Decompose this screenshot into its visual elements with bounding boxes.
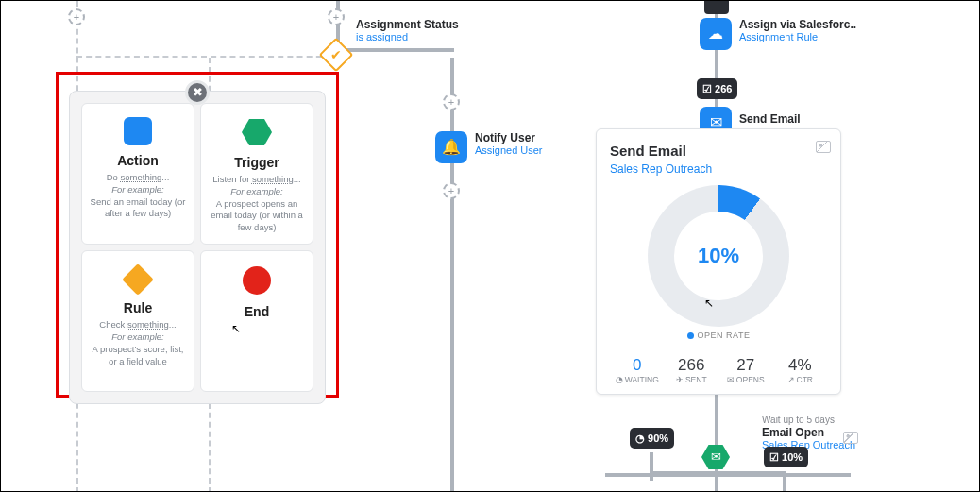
clock-icon: ◔ <box>616 375 623 384</box>
picker-end-title: End <box>207 304 307 319</box>
stat-sent: 266 ✈SENT <box>665 356 719 384</box>
rule-node-assignment-status[interactable]: ✔ <box>319 38 354 73</box>
picker-close-button[interactable]: ✖ <box>185 80 210 105</box>
legend-label: OPEN RATE <box>698 331 751 340</box>
count-badge-266: ☑ 266 <box>697 78 737 99</box>
send-icon: ✈ <box>676 375 684 384</box>
add-step-node[interactable]: + <box>443 182 460 199</box>
picker-option-trigger[interactable]: Trigger Listen for something... For exam… <box>200 103 313 245</box>
bell-icon: 🔔 <box>442 139 461 155</box>
close-icon: ✖ <box>193 85 203 99</box>
picker-rule-title: Rule <box>88 300 188 315</box>
stat-value: 27 <box>718 356 773 375</box>
check-icon: ✔ <box>326 44 346 65</box>
donut-center-label: 10% <box>698 244 739 268</box>
rule-subtitle: is assigned <box>356 31 459 42</box>
wait-note: Wait up to 5 days <box>762 415 835 425</box>
node-connector-cap <box>704 1 729 14</box>
stat-ctr: 4% ↗CTR <box>773 356 828 384</box>
picker-trigger-desc: Listen for something... For example: A p… <box>207 174 307 234</box>
split-badge-10: ☑ 10% <box>764 447 808 467</box>
cloud-icon: ☁ <box>708 25 723 42</box>
send-email-title: Send Email <box>739 112 801 126</box>
arrow-up-icon: ↗ <box>787 375 795 384</box>
picker-rule-desc: Check something... For example: A prospe… <box>88 319 188 367</box>
cursor-icon: ↖ <box>231 322 241 335</box>
assign-title: Assign via Salesforc.. <box>739 18 856 31</box>
element-picker-panel: ✖ Action Do something... For example: Se… <box>69 91 326 404</box>
stat-label: CTR <box>797 375 813 384</box>
badge-text: ◔ 90% <box>635 433 668 444</box>
picker-option-rule[interactable]: Rule Check something... For example: A p… <box>81 250 194 392</box>
rule-title: Assignment Status <box>356 18 459 31</box>
email-open-title: Email Open <box>762 426 824 439</box>
stat-waiting: 0 ◔WAITING <box>610 356 665 384</box>
badge-text: ☑ 10% <box>769 451 803 463</box>
picker-trigger-title: Trigger <box>207 155 307 170</box>
email-stats-row: 0 ◔WAITING 266 ✈SENT 27 ✉OPENS 4% ↗CTR <box>610 348 827 384</box>
notify-title: Notify User <box>475 131 535 144</box>
picker-action-desc: Do something... For example: Send an ema… <box>88 172 188 220</box>
add-step-node[interactable]: + <box>443 93 460 110</box>
open-rate-donut-chart: 10% ↖ <box>648 185 789 327</box>
stat-opens: 27 ✉OPENS <box>718 356 773 384</box>
badge-text: ☑ 266 <box>702 83 732 94</box>
picker-action-title: Action <box>88 153 188 168</box>
end-shape-icon <box>243 266 271 295</box>
action-shape-icon <box>124 117 152 145</box>
email-card-title: Send Email <box>610 143 827 159</box>
connector-vline <box>450 58 454 492</box>
trigger-shape-icon <box>242 119 272 145</box>
stat-value: 0 <box>610 356 665 375</box>
send-email-node-label: Send Email <box>739 112 801 126</box>
notify-node-label: Notify User Assigned User <box>475 131 543 156</box>
stat-label: OPENS <box>736 375 765 384</box>
connector-hline <box>650 471 786 475</box>
trigger-node-email-open[interactable]: ✉ <box>701 445 730 469</box>
notify-subtitle: Assigned User <box>475 144 543 156</box>
mail-icon: ✉ <box>727 375 735 384</box>
rule-shape-icon <box>122 263 154 296</box>
assign-subtitle: Assignment Rule <box>739 31 856 42</box>
send-email-report-card[interactable]: Send Email Sales Rep Outreach 10% ↖ OPEN… <box>596 128 841 395</box>
add-branch-node[interactable]: + <box>68 8 85 25</box>
action-node-assign-salesforce[interactable]: ☁ <box>700 18 732 50</box>
email-card-subtitle: Sales Rep Outreach <box>610 162 827 176</box>
rule-node-label: Assignment Status is assigned <box>356 18 459 42</box>
stat-label: WAITING <box>625 375 659 384</box>
add-step-node[interactable]: + <box>328 8 345 25</box>
stat-value: 4% <box>773 356 828 375</box>
action-node-notify-user[interactable]: 🔔 <box>435 131 467 163</box>
cursor-icon: ↖ <box>704 297 714 310</box>
picker-option-end[interactable]: End ↖ <box>200 250 313 392</box>
stat-value: 266 <box>665 356 719 375</box>
mail-icon: ✉ <box>711 450 721 464</box>
stat-label: SENT <box>685 375 707 384</box>
connector-hline <box>336 48 454 52</box>
image-placeholder-icon <box>816 141 831 153</box>
split-badge-90: ◔ 90% <box>630 428 674 449</box>
image-placeholder-icon <box>843 432 858 444</box>
picker-option-action[interactable]: Action Do something... For example: Send… <box>81 103 194 245</box>
legend-dot-icon <box>687 332 694 339</box>
connector-vline <box>650 452 653 481</box>
chart-legend: OPEN RATE <box>610 331 827 340</box>
connector-hline <box>76 56 331 58</box>
assign-node-label: Assign via Salesforc.. Assignment Rule <box>739 18 856 42</box>
